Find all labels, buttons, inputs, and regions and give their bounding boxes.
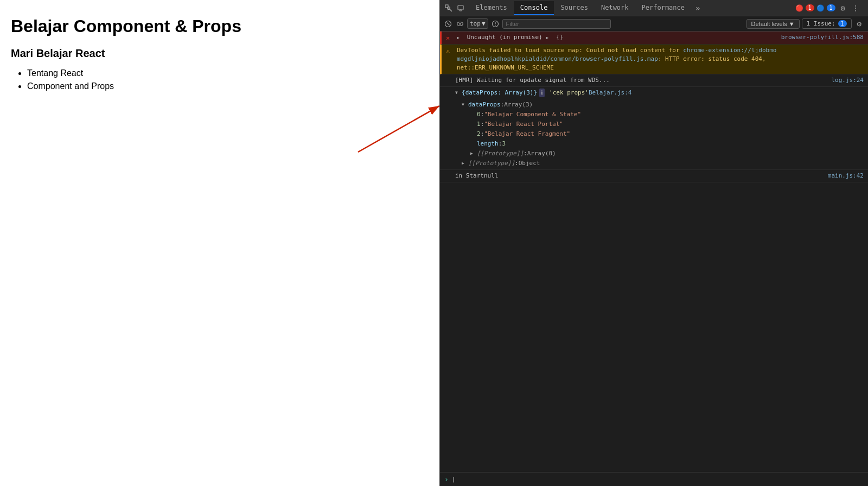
devtools-panel: Elements Console Sources Network Perform… (439, 0, 868, 486)
console-object-message: {dataProps: Array(3)} ℹ 'cek props' Bela… (440, 87, 868, 170)
console-output: ✕ Uncaught (in promise) {} browser-polyf… (440, 31, 868, 472)
more-tabs-icon[interactable]: » (691, 1, 704, 15)
console-startnull-message: in Startnull main.js:42 (440, 170, 868, 182)
svg-line-3 (449, 8, 452, 11)
obj-tree-row: 2 : "Belajar React Fragment" (440, 129, 585, 139)
object-expand-triangle[interactable] (546, 34, 552, 42)
error-badge: 1 (806, 4, 814, 11)
issues-badge[interactable]: 1 Issue: 1 (802, 18, 852, 29)
clear-console-icon[interactable] (443, 19, 453, 29)
tab-console[interactable]: Console (514, 1, 554, 15)
info-badge-obj: ℹ (539, 89, 545, 97)
page-subtitle: Mari Belajar React (11, 47, 429, 60)
error-source-link[interactable]: browser-polyfill.js:588 (781, 33, 864, 42)
console-warning-message: ⚠ DevTools failed to load source map: Co… (440, 45, 868, 74)
svg-line-1 (358, 106, 439, 152)
list-item: Component and Props (27, 81, 429, 91)
tab-network[interactable]: Network (595, 1, 635, 15)
tab-sources[interactable]: Sources (554, 1, 595, 15)
console-hmr-message: [HMR] Waiting for update signal from WDS… (440, 74, 868, 87)
inspect-element-icon[interactable] (443, 3, 454, 14)
obj-tree-row: 0 : "Belajar Component & State" (440, 110, 585, 119)
console-prompt: › (444, 475, 449, 483)
hmr-source-link[interactable]: log.js:24 (831, 76, 864, 85)
warning-icon: ⚠ (446, 47, 455, 55)
devtools-more-icon[interactable]: ⋮ (848, 2, 863, 15)
obj-tree-row: [[Prototype]] : Object (440, 159, 585, 168)
device-toggle-icon[interactable] (455, 3, 466, 14)
startnull-source-link[interactable]: main.js:42 (828, 172, 864, 180)
preserve-log-icon[interactable] (490, 19, 500, 29)
eye-icon[interactable] (455, 19, 465, 29)
devtools-icon-toolbar: Elements Console Sources Network Perform… (440, 0, 868, 16)
console-error-message: ✕ Uncaught (in promise) {} browser-polyf… (440, 31, 868, 45)
info-badge: 1 (827, 4, 835, 11)
svg-rect-5 (458, 5, 463, 10)
expand-triangle[interactable] (457, 34, 463, 42)
obj-tree-row: [[Prototype]] : Array(0) (440, 149, 585, 159)
svg-line-8 (447, 22, 450, 25)
console-input-row: › | (440, 472, 868, 486)
list-item: Tentang React (27, 68, 429, 78)
web-page-panel: Belajar Component & Props Mari Belajar R… (0, 0, 439, 486)
page-title: Belajar Component & Props (11, 16, 429, 36)
error-icon: ✕ (446, 34, 455, 42)
object-tree: dataProps : Array(3) 0 : "Belajar Compon… (440, 99, 585, 169)
obj-tree-row: length : 3 (440, 139, 585, 149)
tab-elements[interactable]: Elements (469, 1, 514, 15)
console-filter-input[interactable] (502, 19, 611, 29)
console-input-caret[interactable]: | (452, 476, 456, 483)
log-levels-button[interactable]: Default levels ▼ (746, 19, 800, 29)
svg-point-10 (459, 23, 461, 24)
obj-source-link[interactable]: Belajar.js:4 (589, 89, 631, 97)
page-list: Tentang React Component and Props (11, 68, 429, 91)
svg-rect-6 (459, 10, 462, 11)
svg-point-13 (495, 24, 496, 26)
obj-tree-row: dataProps : Array(3) (440, 100, 585, 110)
tab-performance[interactable]: Performance (635, 1, 691, 15)
devtools-tabs: Elements Console Sources Network Perform… (467, 0, 865, 16)
obj-root-triangle[interactable] (455, 89, 462, 97)
console-toolbar: top ▼ Default levels ▼ 1 Issue: 1 ⚙ (440, 16, 868, 31)
console-settings-icon[interactable]: ⚙ (854, 17, 865, 30)
obj-tree-row: 1 : "Belajar React Portal" (440, 119, 585, 129)
settings-icon[interactable]: ⚙ (838, 2, 848, 15)
context-selector[interactable]: top ▼ (467, 18, 488, 29)
